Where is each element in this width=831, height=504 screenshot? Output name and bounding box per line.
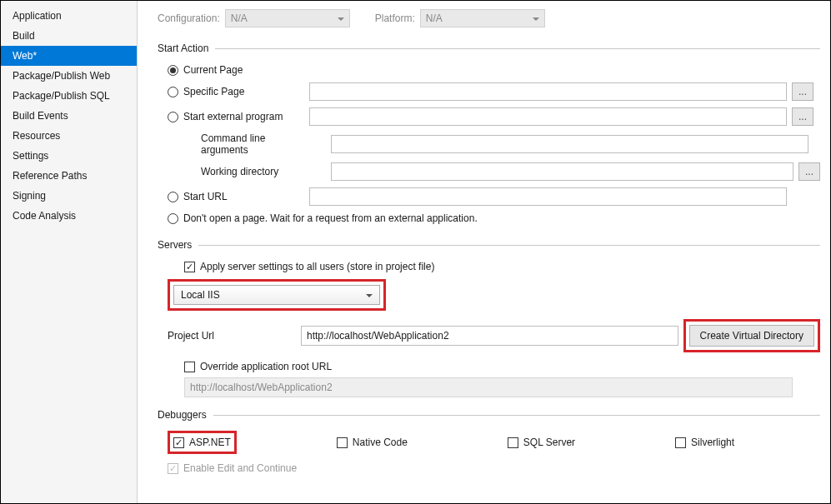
sidebar-item-code-analysis[interactable]: Code Analysis: [1, 206, 137, 226]
sidebar-item-signing[interactable]: Signing: [1, 186, 137, 206]
server-select-highlight: Local IIS: [168, 279, 386, 311]
radio-dont-open[interactable]: [168, 213, 178, 224]
config-row: Configuration: N/A Platform: N/A: [158, 9, 820, 27]
sidebar-item-application[interactable]: Application: [1, 6, 137, 26]
main-panel: Configuration: N/A Platform: N/A Start A…: [138, 1, 830, 503]
radio-specific-page[interactable]: [168, 87, 178, 97]
aspnet-checkbox[interactable]: [173, 437, 184, 448]
project-url-input[interactable]: http://localhost/WebApplication2: [301, 326, 678, 346]
aspnet-highlight: ASP.NET: [168, 431, 237, 454]
radio-current-page[interactable]: [168, 65, 178, 76]
sidebar-item-reference-paths[interactable]: Reference Paths: [1, 166, 137, 186]
sidebar-item-package-publish-web[interactable]: Package/Publish Web: [1, 66, 137, 86]
current-page-label: Current Page: [183, 64, 243, 76]
start-external-label: Start external program: [183, 111, 283, 122]
silverlight-label: Silverlight: [691, 437, 734, 448]
platform-select[interactable]: N/A: [420, 9, 545, 27]
section-debuggers: Debuggers: [158, 409, 820, 421]
native-code-checkbox[interactable]: [337, 437, 348, 448]
project-url-label: Project Url: [168, 330, 301, 342]
specific-page-input[interactable]: [309, 82, 787, 101]
dont-open-label: Don't open a page. Wait for a request fr…: [183, 212, 478, 224]
sidebar-item-settings[interactable]: Settings: [1, 146, 137, 166]
apply-server-settings-label: Apply server settings to all users (stor…: [200, 261, 434, 272]
start-url-label: Start URL: [183, 191, 228, 202]
platform-label: Platform:: [375, 12, 415, 24]
server-select[interactable]: Local IIS: [173, 285, 380, 305]
radio-start-url[interactable]: [168, 192, 178, 202]
create-vd-highlight: Create Virtual Directory: [683, 319, 821, 352]
cmd-args-label: Command line arguments: [201, 132, 309, 156]
sidebar-item-web[interactable]: Web*: [1, 46, 137, 66]
override-root-url-checkbox[interactable]: [184, 362, 195, 372]
configuration-label: Configuration:: [158, 12, 220, 24]
cmd-args-input[interactable]: [331, 135, 808, 153]
browse-specific-page-button[interactable]: ...: [792, 82, 813, 101]
override-root-url-input: http://localhost/WebApplication2: [184, 377, 793, 397]
sidebar-item-package-publish-sql[interactable]: Package/Publish SQL: [1, 86, 137, 106]
sql-server-label: SQL Server: [523, 437, 575, 448]
native-code-label: Native Code: [353, 437, 408, 448]
sidebar: Application Build Web* Package/Publish W…: [1, 1, 138, 503]
start-url-input[interactable]: [309, 187, 787, 206]
sidebar-item-build-events[interactable]: Build Events: [1, 106, 137, 126]
browse-workdir-button[interactable]: ...: [798, 162, 820, 181]
enable-edit-continue-checkbox: [168, 463, 178, 474]
debuggers-title: Debuggers: [158, 409, 207, 421]
radio-start-external[interactable]: [168, 112, 178, 122]
servers-title: Servers: [158, 239, 192, 251]
browse-external-button[interactable]: ...: [792, 107, 813, 126]
work-dir-label: Working directory: [201, 166, 278, 177]
aspnet-label: ASP.NET: [189, 437, 231, 448]
configuration-select[interactable]: N/A: [225, 9, 350, 27]
enable-edit-continue-label: Enable Edit and Continue: [183, 462, 297, 474]
start-action-title: Start Action: [158, 42, 208, 54]
section-start-action: Start Action: [158, 42, 820, 54]
specific-page-label: Specific Page: [183, 86, 244, 97]
override-root-url-label: Override application root URL: [200, 361, 332, 372]
work-dir-input[interactable]: [331, 162, 793, 181]
section-servers: Servers: [158, 239, 820, 251]
create-virtual-directory-button[interactable]: Create Virtual Directory: [689, 325, 815, 347]
apply-server-settings-checkbox[interactable]: [184, 262, 195, 272]
silverlight-checkbox[interactable]: [675, 437, 686, 448]
sidebar-item-build[interactable]: Build: [1, 26, 137, 46]
sql-server-checkbox[interactable]: [508, 437, 518, 448]
sidebar-item-resources[interactable]: Resources: [1, 126, 137, 146]
external-program-input[interactable]: [309, 107, 787, 126]
